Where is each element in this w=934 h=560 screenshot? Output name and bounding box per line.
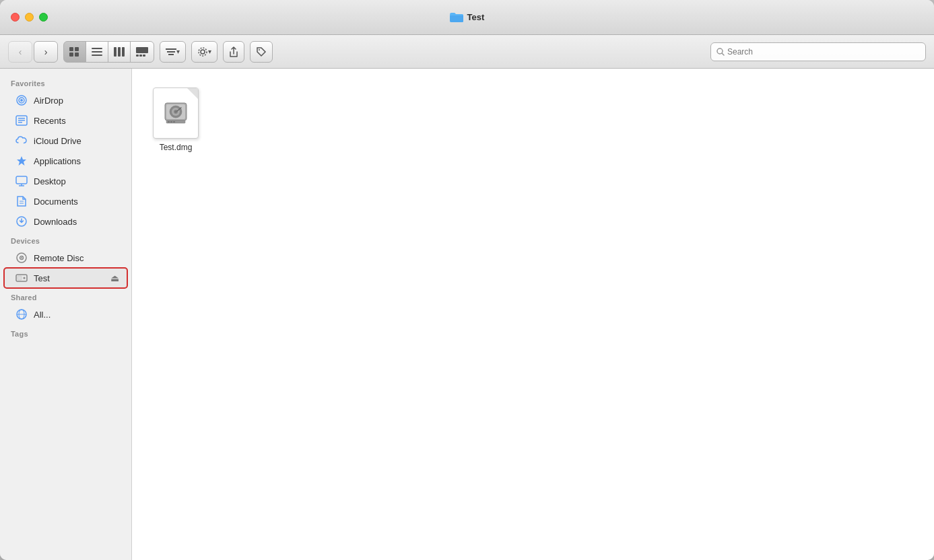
- list-view-icon: [92, 47, 102, 57]
- view-buttons: [63, 41, 154, 63]
- group-icon: [166, 47, 176, 57]
- remote-disc-icon: [15, 251, 28, 265]
- sidebar-item-test[interactable]: Test ⏏: [4, 268, 127, 288]
- gallery-view-icon: [136, 47, 148, 57]
- all-shared-icon: [15, 308, 28, 321]
- eject-button[interactable]: ⏏: [109, 273, 121, 283]
- svg-rect-9: [122, 47, 125, 57]
- svg-rect-53: [170, 121, 172, 123]
- title-bar: Test: [0, 0, 934, 35]
- sidebar-item-desktop[interactable]: Desktop: [4, 171, 127, 191]
- sidebar-label-all: All...: [34, 310, 51, 320]
- share-icon: [229, 46, 238, 57]
- share-button[interactable]: [223, 41, 244, 63]
- svg-rect-52: [168, 121, 170, 123]
- folder-icon: [450, 12, 463, 23]
- group-button[interactable]: ▾: [160, 41, 186, 63]
- hard-drive-icon: [162, 100, 189, 126]
- content-area: Test.dmg: [132, 69, 934, 560]
- file-name: Test.dmg: [160, 143, 193, 152]
- close-button[interactable]: [11, 13, 20, 22]
- svg-rect-28: [18, 122, 22, 123]
- svg-point-17: [201, 50, 205, 54]
- svg-rect-11: [136, 55, 139, 57]
- sidebar-label-remote-disc: Remote Disc: [34, 253, 84, 263]
- sidebar-item-recents[interactable]: Recents: [4, 110, 127, 131]
- svg-rect-39: [18, 276, 22, 280]
- svg-rect-13: [143, 55, 145, 57]
- grid-view-icon: [69, 47, 80, 57]
- sidebar-item-icloud[interactable]: iCloud Drive: [4, 131, 127, 151]
- search-input[interactable]: [727, 47, 920, 57]
- tag-icon: [256, 46, 267, 57]
- svg-point-18: [199, 48, 207, 56]
- svg-rect-2: [69, 53, 73, 57]
- svg-rect-6: [92, 55, 102, 56]
- minimize-button[interactable]: [25, 13, 34, 22]
- devices-section-title: Devices: [0, 232, 131, 248]
- svg-rect-10: [136, 47, 148, 53]
- finder-window: Test ‹ ›: [0, 0, 934, 560]
- tags-section-title: Tags: [0, 324, 131, 341]
- test-drive-icon: [15, 271, 28, 285]
- svg-line-21: [722, 53, 724, 55]
- svg-rect-1: [75, 47, 79, 51]
- downloads-icon: [15, 215, 28, 228]
- window-title-area: Test: [450, 12, 485, 23]
- svg-rect-14: [166, 48, 176, 50]
- svg-rect-16: [168, 54, 174, 55]
- svg-point-19: [259, 49, 260, 50]
- sidebar-label-recents: Recents: [34, 116, 66, 126]
- search-bar[interactable]: [710, 42, 926, 61]
- applications-icon: [15, 154, 28, 168]
- sidebar-item-downloads[interactable]: Downloads: [4, 211, 127, 232]
- sidebar-label-airdrop: AirDrop: [34, 96, 63, 106]
- view-gallery-button[interactable]: [130, 41, 154, 63]
- toolbar: ‹ ›: [0, 35, 934, 69]
- svg-point-40: [24, 277, 26, 279]
- tag-button[interactable]: [250, 41, 273, 63]
- forward-button[interactable]: ›: [34, 41, 58, 63]
- traffic-lights: [11, 13, 48, 22]
- sidebar-item-remote-disc[interactable]: Remote Disc: [4, 248, 127, 268]
- desktop-icon: [15, 174, 28, 188]
- sidebar-label-downloads: Downloads: [34, 217, 77, 227]
- action-button[interactable]: ▾: [191, 41, 218, 63]
- sidebar-label-test: Test: [34, 273, 50, 283]
- svg-rect-54: [173, 121, 175, 123]
- fullscreen-button[interactable]: [39, 13, 48, 22]
- svg-rect-0: [69, 47, 73, 51]
- view-column-button[interactable]: [108, 41, 131, 63]
- shared-section-title: Shared: [0, 288, 131, 304]
- sidebar-label-icloud: iCloud Drive: [34, 136, 81, 146]
- svg-point-49: [175, 111, 177, 113]
- back-button[interactable]: ‹: [8, 41, 32, 63]
- favorites-section-title: Favorites: [0, 74, 131, 90]
- main-area: Favorites AirDrop Recents iCloud Drive: [0, 69, 934, 560]
- sidebar: Favorites AirDrop Recents iCloud Drive: [0, 69, 132, 560]
- sidebar-item-all[interactable]: All...: [4, 304, 127, 324]
- sidebar-label-desktop: Desktop: [34, 176, 66, 186]
- sidebar-label-documents: Documents: [34, 197, 78, 207]
- svg-rect-26: [18, 118, 25, 119]
- file-icon-container: [149, 86, 203, 140]
- file-item-test-dmg[interactable]: Test.dmg: [145, 82, 206, 156]
- svg-rect-7: [114, 47, 116, 57]
- sidebar-label-applications: Applications: [34, 156, 81, 166]
- search-icon: [716, 48, 725, 56]
- svg-rect-3: [75, 53, 79, 57]
- file-grid: Test.dmg: [145, 82, 921, 156]
- svg-rect-12: [139, 55, 142, 57]
- sidebar-item-airdrop[interactable]: AirDrop: [4, 90, 127, 110]
- svg-rect-27: [18, 120, 25, 121]
- view-icon-button[interactable]: [63, 41, 86, 63]
- sidebar-item-documents[interactable]: Documents: [4, 191, 127, 211]
- svg-rect-29: [16, 176, 27, 184]
- recents-icon: [15, 114, 28, 127]
- dmg-icon: [153, 88, 199, 139]
- window-title: Test: [467, 12, 485, 22]
- gear-icon: [197, 46, 208, 57]
- view-list-button[interactable]: [86, 41, 108, 63]
- svg-point-37: [21, 257, 22, 258]
- sidebar-item-applications[interactable]: Applications: [4, 151, 127, 171]
